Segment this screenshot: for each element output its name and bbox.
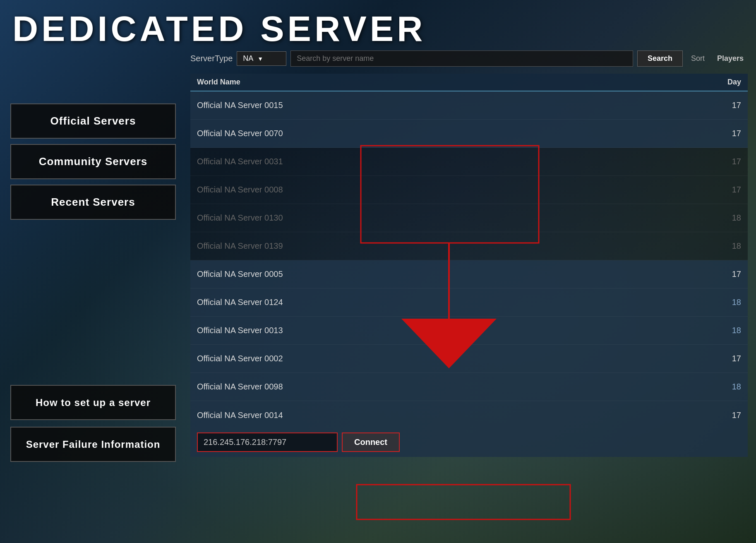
connect-bar: Connect (190, 429, 748, 457)
server-day: 18 (708, 241, 741, 251)
server-name: Official NA Server 0014 (197, 411, 708, 420)
server-day: 17 (708, 354, 741, 363)
server-day: 18 (708, 298, 741, 307)
connect-button[interactable]: Connect (342, 432, 400, 452)
search-button[interactable]: Search (637, 50, 683, 67)
sort-button[interactable]: Sort (687, 51, 709, 66)
server-day: 18 (708, 213, 741, 223)
server-name: Official NA Server 0130 (197, 213, 708, 223)
server-type-dropdown[interactable]: NA ▼ (237, 51, 286, 66)
server-name: Official NA Server 0002 (197, 354, 708, 363)
server-name: Official NA Server 0124 (197, 298, 708, 307)
server-day: 17 (708, 411, 741, 420)
official-servers-button[interactable]: Official Servers (10, 103, 176, 139)
server-name: Official NA Server 0015 (197, 101, 708, 110)
table-row[interactable]: Official NA Server 0139 18 (190, 232, 748, 260)
server-day: 17 (708, 269, 741, 279)
server-type-value: NA (243, 54, 253, 63)
page-title: DEDICATED SERVER (12, 8, 426, 49)
server-table: World Name Day Official NA Server 0015 1… (190, 74, 748, 535)
failure-info-button[interactable]: Server Failure Information (10, 427, 176, 462)
table-row[interactable]: Official NA Server 0002 17 (190, 345, 748, 373)
server-day: 17 (708, 157, 741, 166)
table-header: World Name Day (190, 74, 748, 91)
table-row[interactable]: Official NA Server 0008 17 (190, 176, 748, 204)
server-name: Official NA Server 0013 (197, 326, 708, 335)
server-name: Official NA Server 0008 (197, 185, 708, 195)
server-type-label: ServerType (190, 54, 233, 63)
search-input[interactable] (290, 50, 633, 67)
table-row[interactable]: Official NA Server 0013 18 (190, 317, 748, 345)
recent-servers-button[interactable]: Recent Servers (10, 185, 176, 220)
sidebar-bottom: How to set up a server Server Failure In… (10, 385, 176, 465)
connect-ip-input[interactable] (197, 432, 338, 452)
server-name: Official NA Server 0005 (197, 269, 708, 279)
server-day: 17 (708, 129, 741, 138)
server-day: 18 (708, 382, 741, 392)
how-to-button[interactable]: How to set up a server (10, 385, 176, 420)
table-row[interactable]: Official NA Server 0015 17 (190, 91, 748, 120)
table-row[interactable]: Official NA Server 0014 17 (190, 401, 748, 429)
table-row[interactable]: Official NA Server 0005 17 (190, 260, 748, 288)
filter-bar: ServerType NA ▼ Search Sort Players (190, 46, 748, 72)
server-name: Official NA Server 0098 (197, 382, 708, 392)
table-row[interactable]: Official NA Server 0130 18 (190, 204, 748, 232)
table-row[interactable]: Official NA Server 0124 18 (190, 288, 748, 317)
server-name: Official NA Server 0070 (197, 129, 708, 138)
players-button[interactable]: Players (713, 51, 748, 66)
community-servers-button[interactable]: Community Servers (10, 144, 176, 179)
server-name: Official NA Server 0139 (197, 241, 708, 251)
table-row[interactable]: Official NA Server 0070 17 (190, 120, 748, 148)
dropdown-arrow-icon: ▼ (257, 55, 263, 62)
main-panel: ServerType NA ▼ Search Sort Players Worl… (190, 46, 748, 535)
table-row[interactable]: Official NA Server 0031 17 (190, 148, 748, 176)
server-day: 17 (708, 101, 741, 110)
server-day: 17 (708, 185, 741, 195)
table-body: Official NA Server 0015 17 Official NA S… (190, 91, 748, 535)
col-day: Day (708, 78, 741, 86)
col-world-name: World Name (197, 78, 708, 86)
content-wrapper: DEDICATED SERVER Official Servers Commun… (0, 0, 756, 543)
server-name: Official NA Server 0031 (197, 157, 708, 166)
server-day: 18 (708, 326, 741, 335)
table-row[interactable]: Official NA Server 0098 18 (190, 373, 748, 401)
